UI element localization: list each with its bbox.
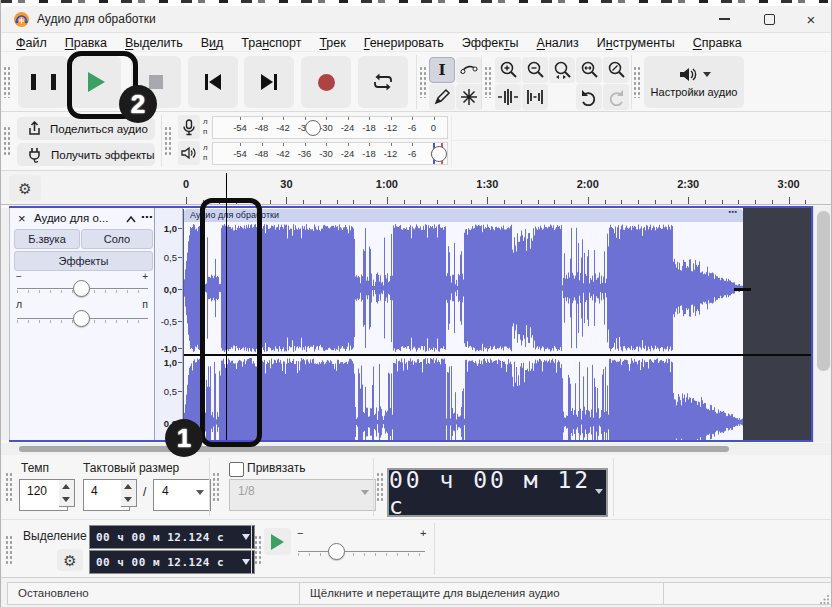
menu-item-3[interactable]: Вид (192, 34, 233, 50)
snap-checkbox[interactable] (229, 462, 244, 477)
track-control-panel[interactable]: × Аудио для о... ⋯ Б.звука Соло Эффекты … (9, 208, 155, 440)
time-display-caret-icon[interactable] (595, 489, 603, 498)
gain-slider[interactable] (73, 280, 90, 297)
timeline-tick (671, 200, 672, 204)
meter-grabber[interactable] (164, 126, 172, 156)
selection-options-button[interactable]: ⚙ (57, 549, 83, 571)
timeline-tick (538, 200, 539, 204)
plug-icon (27, 147, 43, 163)
selection-grabber[interactable] (5, 535, 13, 565)
playback-volume-slider[interactable] (431, 146, 447, 162)
tempo-grabber[interactable] (5, 472, 13, 502)
zoom-selection-button[interactable] (549, 57, 575, 83)
resize-grip[interactable] (820, 594, 830, 604)
time-display[interactable]: 00 ч 00 м 12 с (387, 468, 608, 517)
horizontal-scrollbar[interactable] (1, 443, 832, 455)
minimize-button[interactable] (707, 6, 741, 32)
status-state: Остановлено (7, 582, 308, 605)
redo-button[interactable] (603, 84, 629, 110)
draw-tool-button[interactable] (429, 84, 455, 110)
selection-end-field[interactable]: 00 ч 00 м 12.124 с (89, 550, 255, 574)
track-menu-icon[interactable]: ⋯ (141, 210, 153, 224)
snap-label: Привязать (247, 461, 305, 475)
track-collapse-icon[interactable] (125, 215, 137, 224)
vertical-scale-ruler[interactable]: 1,00,50,0-0,5-1,01,00,50,0 (155, 208, 183, 440)
transport-grabber[interactable] (3, 66, 11, 98)
record-meter-button[interactable] (178, 115, 200, 139)
beat-unit-select[interactable]: 4 (153, 479, 211, 511)
waveform[interactable] (184, 222, 743, 440)
clip-menu-icon[interactable]: ⋯ (728, 206, 737, 219)
zoom-fit-icon (579, 60, 599, 80)
snap-grabber[interactable] (212, 472, 220, 502)
menu-item-5[interactable]: Трек (310, 34, 354, 50)
track-close-icon[interactable]: × (18, 211, 26, 226)
meter-scale-value: -12 (384, 148, 398, 159)
mute-button[interactable]: Б.звука (14, 229, 80, 249)
timeline-options-button[interactable]: ⚙ (9, 175, 41, 201)
skip-to-end-icon (261, 74, 277, 90)
record-meter[interactable]: -54-48-42-36-30-24-18-12-60 (212, 116, 448, 139)
play-at-speed-button[interactable] (264, 528, 291, 555)
tools-grabber[interactable] (419, 66, 427, 98)
multi-tool-button[interactable] (456, 84, 482, 110)
stop-icon (149, 75, 163, 89)
selection-tool-button[interactable]: I (429, 57, 455, 83)
effects-button[interactable]: Эффекты (14, 251, 153, 271)
playback-meter[interactable]: -54-48-42-36-30-24-18-12-60 (212, 142, 448, 165)
record-button[interactable] (301, 56, 351, 108)
undo-button[interactable] (576, 84, 602, 110)
time-display-grabber[interactable] (376, 472, 384, 502)
menu-item-7[interactable]: Эффекты (453, 34, 528, 50)
silence-selection-button[interactable] (522, 84, 548, 110)
menu-item-1[interactable]: Правка (56, 34, 116, 50)
envelope-tool-button[interactable] (456, 57, 482, 83)
selection-end-caret-icon[interactable] (242, 559, 250, 569)
menu-item-9[interactable]: Инструменты (588, 34, 684, 50)
close-button[interactable]: × (794, 6, 828, 32)
selection-start-caret-icon[interactable] (242, 534, 250, 544)
solo-button[interactable]: Соло (81, 229, 153, 249)
zoom-in-button[interactable] (495, 57, 521, 83)
timeline-label: 1:00 (376, 178, 398, 190)
menu-item-0[interactable]: Файл (7, 34, 56, 50)
audio-setup-button[interactable]: Настройки аудио (644, 56, 744, 108)
share-grabber[interactable] (3, 126, 11, 156)
pan-slider[interactable] (73, 310, 90, 327)
menu-item-4[interactable]: Транспорт (232, 34, 310, 50)
tempo-spinner[interactable] (59, 479, 75, 507)
menu-item-6[interactable]: Генерировать (355, 34, 453, 50)
timeline-tick (521, 200, 522, 204)
track-title[interactable]: Аудио для о... (34, 212, 108, 224)
beats-spinner[interactable] (121, 479, 137, 507)
time-toolbar: Темп 120 Тактовый размер 4 / 4 Привязать… (1, 455, 832, 519)
timeline-label: 2:30 (677, 178, 699, 190)
maximize-button[interactable] (752, 6, 786, 32)
get-effects-button[interactable]: Получить эффекты (17, 143, 155, 166)
timeline-ruler[interactable]: ⚙ 0301:001:302:002:303:00 (1, 171, 832, 205)
menu-item-8[interactable]: Анализ (528, 34, 588, 50)
skip-to-end-button[interactable] (244, 56, 294, 108)
edit-grabber[interactable] (484, 66, 492, 98)
menu-item-10[interactable]: Справка (684, 34, 751, 50)
playback-meter-button[interactable] (178, 141, 200, 165)
vertical-scrollbar[interactable] (813, 206, 832, 442)
clip-header[interactable]: Аудио для обработки ⋯ (184, 209, 743, 222)
zoom-out-button[interactable] (522, 57, 548, 83)
pause-button[interactable] (18, 56, 68, 108)
trim-outside-selection-button[interactable] (495, 84, 521, 110)
play-speed-grabber[interactable] (254, 535, 262, 565)
speed-slider[interactable] (328, 543, 345, 560)
audio-setup-grabber[interactable] (633, 66, 641, 98)
vertical-scrollbar-thumb[interactable] (817, 211, 830, 371)
menu-item-2[interactable]: Выделить (116, 34, 192, 50)
loop-button[interactable] (358, 56, 408, 108)
selection-start-field[interactable]: 00 ч 00 м 12.124 с (89, 525, 255, 549)
snap-select[interactable]: 1/8 (229, 479, 376, 511)
zoom-fit-button[interactable] (576, 57, 602, 83)
channel-separator[interactable] (184, 354, 811, 356)
record-volume-slider[interactable] (305, 120, 321, 136)
skip-to-start-button[interactable] (188, 56, 238, 108)
zoom-toggle-button[interactable] (603, 57, 629, 83)
horizontal-scrollbar-thumb[interactable] (19, 446, 729, 452)
